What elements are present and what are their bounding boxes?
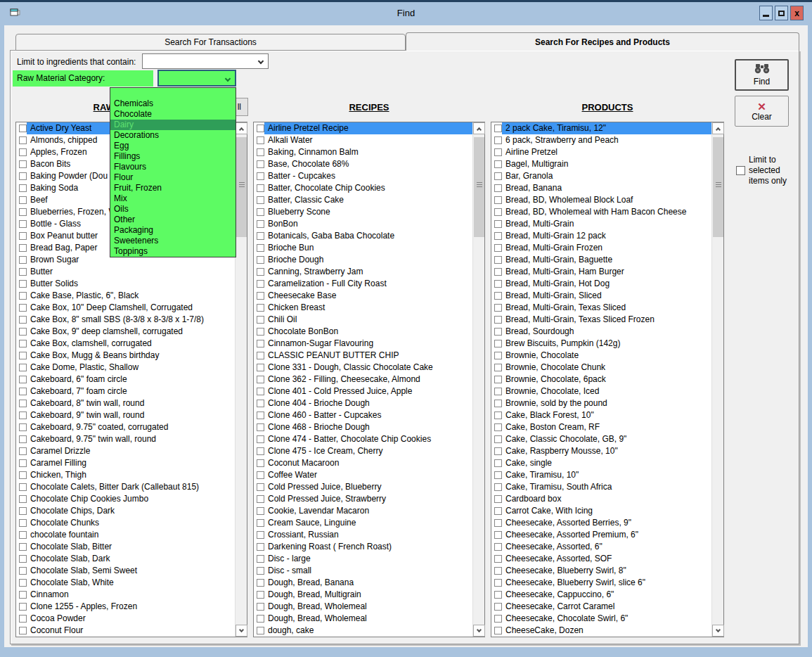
category-option[interactable]: Egg — [110, 141, 236, 151]
item-checkbox[interactable] — [494, 148, 502, 156]
list-item[interactable]: Dough, Bread, Wholemeal — [254, 613, 472, 625]
list-item[interactable]: Cakeboard, 9.75" coated, corrugated — [16, 421, 235, 433]
item-checkbox[interactable] — [19, 627, 27, 634]
list-item[interactable]: CLASSIC PEANUT BUTTER CHIP — [254, 350, 472, 362]
item-checkbox[interactable] — [257, 603, 264, 611]
list-item[interactable]: Brownie, Chocolate — [491, 350, 711, 362]
item-checkbox[interactable] — [494, 316, 502, 324]
list-item[interactable]: Alkali Water — [254, 134, 472, 146]
item-checkbox[interactable] — [257, 555, 264, 563]
list-item[interactable]: Caramelization - Full City Roast — [254, 278, 472, 290]
list-item[interactable]: Clone 460 - Batter - Cupcakes — [254, 409, 472, 421]
item-checkbox[interactable] — [494, 125, 502, 132]
list-item[interactable]: Cheesecake, Assorted Premium, 6" — [491, 529, 711, 541]
item-checkbox[interactable] — [257, 495, 264, 503]
list-item[interactable]: Clone 1255 - Apples, Frozen — [16, 601, 235, 613]
list-item[interactable]: Cakeboard, 9" twin wall, round — [16, 409, 235, 421]
item-checkbox[interactable] — [257, 208, 264, 216]
list-item[interactable]: Cake, Tiramisu, 10" — [491, 469, 711, 481]
list-item[interactable]: Cocoa Powder — [16, 613, 235, 625]
list-item[interactable]: Bread, Multi-Grain, Texas Sliced — [491, 302, 711, 314]
category-option[interactable]: Fruit, Frozen — [110, 183, 236, 193]
list-item[interactable]: Chocolate Chip Cookies Jumbo — [16, 493, 235, 505]
item-checkbox[interactable] — [19, 459, 27, 467]
item-checkbox[interactable] — [257, 507, 264, 515]
item-checkbox[interactable] — [257, 148, 264, 156]
list-item[interactable]: Bread, BD, Wholemeal Block Loaf — [491, 194, 711, 206]
item-checkbox[interactable] — [494, 459, 502, 467]
item-checkbox[interactable] — [494, 376, 502, 383]
item-checkbox[interactable] — [257, 125, 264, 132]
list-item[interactable]: Canning, Strawberry Jam — [254, 266, 472, 278]
list-item[interactable]: Crossiant, Russian — [254, 529, 472, 541]
list-item[interactable]: Cake, single — [491, 457, 711, 469]
item-checkbox[interactable] — [494, 352, 502, 359]
item-checkbox[interactable] — [494, 603, 502, 611]
item-checkbox[interactable] — [257, 412, 264, 419]
list-item[interactable]: Chocolate Chunks — [16, 517, 235, 529]
list-item[interactable]: Bread, Multi-Grain 12 pack — [491, 230, 711, 242]
item-checkbox[interactable] — [257, 304, 264, 312]
item-checkbox[interactable] — [494, 555, 502, 563]
item-checkbox[interactable] — [257, 160, 264, 168]
list-item[interactable]: Cold Pressed Juice, Strawberry — [254, 493, 472, 505]
item-checkbox[interactable] — [257, 579, 264, 587]
list-item[interactable]: Cake, Classic Chocolate, GB, 9" — [491, 433, 711, 445]
category-option[interactable]: Chemicals — [110, 98, 236, 109]
list-item[interactable]: Brownie, Chocolate, Iced — [491, 385, 711, 397]
scrollbar[interactable] — [235, 122, 247, 637]
list-item[interactable]: Cakeboard, 6" foam circle — [16, 374, 235, 385]
list-item[interactable]: Baking, Cinnamon Balm — [254, 146, 472, 158]
list-item[interactable]: Dough, Bread, Banana — [254, 577, 472, 589]
item-checkbox[interactable] — [494, 579, 502, 587]
item-checkbox[interactable] — [257, 483, 264, 491]
list-item[interactable]: Bread, Multi-Grain, Texas Sliced Frozen — [491, 314, 711, 326]
item-checkbox[interactable] — [257, 447, 264, 455]
list-item[interactable]: Bread, Multi-Grain, Sliced — [491, 290, 711, 302]
item-checkbox[interactable] — [19, 340, 27, 347]
item-checkbox[interactable] — [19, 316, 27, 324]
item-checkbox[interactable] — [494, 519, 502, 527]
item-checkbox[interactable] — [257, 232, 264, 240]
item-checkbox[interactable] — [494, 220, 502, 228]
category-option[interactable]: Chocolate — [110, 109, 236, 120]
list-item[interactable]: Brioche Dough — [254, 254, 472, 266]
item-checkbox[interactable] — [257, 519, 264, 527]
scrollbar[interactable] — [472, 122, 484, 637]
scrollbar[interactable] — [711, 122, 723, 637]
item-checkbox[interactable] — [257, 292, 264, 300]
scroll-up-button[interactable] — [473, 122, 485, 134]
item-checkbox[interactable] — [19, 232, 27, 240]
item-checkbox[interactable] — [494, 543, 502, 551]
item-checkbox[interactable] — [19, 543, 27, 551]
category-option[interactable]: Flour — [110, 172, 236, 183]
item-checkbox[interactable] — [494, 232, 502, 240]
list-item[interactable]: Brew Biscuits, Pumpkin (142g) — [491, 338, 711, 350]
item-checkbox[interactable] — [494, 400, 502, 407]
scroll-thumb[interactable] — [474, 137, 484, 237]
list-item[interactable]: Clone 362 - Filling, Cheesecake, Almond — [254, 374, 472, 385]
item-checkbox[interactable] — [494, 208, 502, 216]
item-checkbox[interactable] — [494, 304, 502, 312]
item-checkbox[interactable] — [257, 435, 264, 443]
list-item[interactable]: Coconut Flour — [16, 625, 235, 637]
item-checkbox[interactable] — [494, 256, 502, 264]
item-checkbox[interactable] — [494, 172, 502, 180]
list-item[interactable]: Cheesecake Base — [254, 290, 472, 302]
item-checkbox[interactable] — [257, 543, 264, 551]
close-button[interactable]: x — [790, 6, 804, 20]
item-checkbox[interactable] — [494, 184, 502, 192]
list-item[interactable]: chocolate fountain — [16, 529, 235, 541]
item-checkbox[interactable] — [19, 196, 27, 204]
scroll-up-button[interactable] — [712, 122, 724, 134]
item-checkbox[interactable] — [257, 352, 264, 359]
item-checkbox[interactable] — [257, 196, 264, 204]
list-item[interactable]: Cake Base, Plastic, 6", Black — [16, 290, 235, 302]
list-item[interactable]: Cake Dome, Plastic, Shallow — [16, 362, 235, 374]
category-option[interactable]: Fillings — [110, 151, 236, 162]
list-item[interactable]: Airline Pretzel — [491, 146, 711, 158]
category-option[interactable]: Sweeteners — [110, 236, 236, 246]
list-item[interactable]: Chicken Breast — [254, 302, 472, 314]
maximize-button[interactable] — [775, 6, 788, 20]
item-checkbox[interactable] — [257, 364, 264, 371]
